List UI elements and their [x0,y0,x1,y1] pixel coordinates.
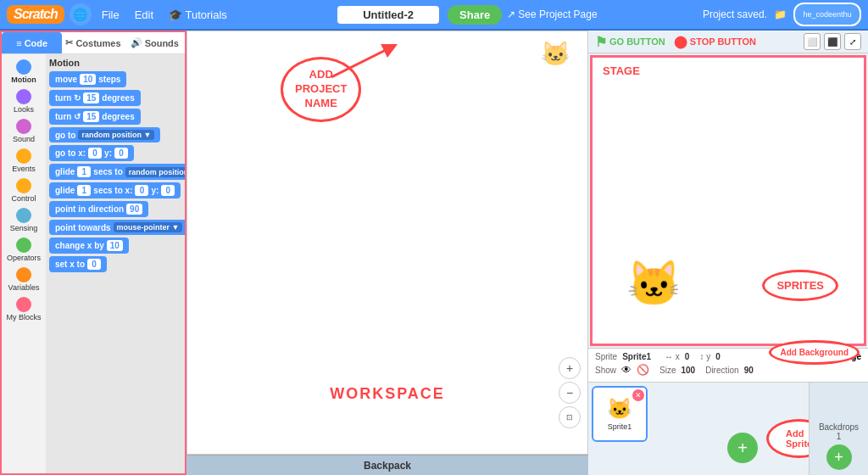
show-eye-icon[interactable]: 👁 [621,364,632,376]
block-glide-xy-btn[interactable]: glide 1 secs to x: 0 y: 0 [49,182,181,198]
variables-dot [16,267,31,282]
right-panel: ⚑ GO BUTTON ⬤ STOP BUTTON ⬜ ⬛ ⤢ STAGE 🐱 … [588,31,868,475]
block-point-dir: point in direction 90 [49,201,181,217]
block-goto-random: go to random position ▼ [49,127,181,142]
block-point-dir-btn[interactable]: point in direction 90 [49,201,148,217]
x-val: 0 [685,352,690,361]
stage-window-buttons: ⬜ ⬛ ⤢ [804,33,861,50]
add-sprite-button[interactable]: + [727,433,758,463]
block-turn-cw: turn ↻ 15 degrees [49,90,181,106]
add-project-callout: ADDPROJECTNAME [281,57,361,122]
block-change-x: change x by 10 [49,238,181,254]
svg-line-0 [331,48,391,77]
sprite-delete-btn[interactable]: ✕ [632,389,644,401]
events-dot [16,148,31,164]
show-label: Show [595,366,616,375]
add-bg-area: Add Background Backdrops 1 + [809,383,868,475]
cat-control[interactable]: Control [3,176,45,204]
categories-list: Motion Looks Sound Events Control [2,54,46,473]
stage-tab[interactable]: Stage [838,352,861,361]
tab-sounds[interactable]: 🔊 Sounds [125,32,185,53]
cat-variables[interactable]: Variables [3,265,45,293]
cat-sprite: 🐱 [626,258,682,310]
small-stage-button[interactable]: ⬜ [804,33,821,50]
workspace-label: WORKSPACE [330,385,445,403]
sprites-list: ✕ 🐱 Sprite1 [588,383,758,475]
size-label: Size [659,366,676,375]
motion-section-title: Motion [49,58,181,68]
share-button[interactable]: Share [448,5,502,25]
sprite-name-val: Sprite1 [622,352,651,361]
block-goto-random-btn[interactable]: go to random position ▼ [49,127,160,142]
cat-motion[interactable]: Motion [3,58,45,86]
block-glide-random-btn[interactable]: glide 1 secs to random position ▼ [49,164,185,180]
scratch-logo[interactable]: Scratch [7,5,64,24]
stage-header: ⚑ GO BUTTON ⬤ STOP BUTTON ⬜ ⬛ ⤢ [588,31,868,53]
see-project-icon: ↗ [507,8,515,20]
fullscreen-button[interactable]: ⤢ [844,33,861,50]
add-background-button[interactable]: + [826,444,852,470]
go-flag-icon: ⚑ [595,34,607,50]
size-val: 100 [681,366,695,375]
motion-dot [16,59,31,75]
sound-dot [16,119,31,134]
block-point-towards-btn[interactable]: point towards mouse-pointer ▼ [49,220,185,235]
hide-eye-icon[interactable]: 🚫 [637,364,649,376]
sprite-info-row-1: Sprite Sprite1 ↔ x 0 ↕ y 0 Stage [595,352,861,361]
workspace-cat-icon: 🐱 [541,40,570,68]
cat-events[interactable]: Events [3,147,45,175]
avatar[interactable]: he_codeenthu [793,3,861,26]
tab-code[interactable]: ≡ Code [2,32,62,53]
zoom-fit-button[interactable]: ⊡ [559,406,581,428]
see-project-button[interactable]: ↗ See Project Page [507,8,597,20]
nav-file[interactable]: File [97,7,125,23]
cat-sensing[interactable]: Sensing [3,206,45,234]
zoom-out-button[interactable]: − [559,382,581,404]
project-name-input[interactable] [337,6,439,24]
cat-myblocks[interactable]: My Blocks [3,295,45,323]
nav-edit[interactable]: Edit [130,7,159,23]
block-turn-cw-btn[interactable]: turn ↻ 15 degrees [49,90,141,106]
direction-label: Direction [705,366,738,375]
block-move-btn[interactable]: move 10 steps [49,71,126,87]
block-turn-ccw-btn[interactable]: turn ↺ 15 degrees [49,109,141,125]
stop-button[interactable]: ⬤ STOP BUTTON [674,35,756,48]
stage-label: STAGE [603,64,640,77]
stage-area: STAGE 🐱 SPRITES [590,55,866,346]
block-set-x: set x to 0 [49,256,181,272]
block-goto-xy: go to x: 0 y: 0 [49,145,181,161]
workspace-container: ADDPROJECTNAME 🐱 WORKSPACE + − [186,31,588,475]
block-turn-ccw: turn ↺ 15 degrees [49,109,181,125]
workspace-panel[interactable]: ADDPROJECTNAME 🐱 WORKSPACE + − [186,31,588,455]
blocks-panel: Motion move 10 steps turn ↻ 15 degrees t… [46,54,185,473]
block-set-x-btn[interactable]: set x to 0 [49,256,107,272]
block-point-towards: point towards mouse-pointer ▼ [49,220,181,235]
backpack-label: Backpack [364,460,411,472]
sprite-thumb-sprite1[interactable]: ✕ 🐱 Sprite1 [592,386,648,442]
main-layout: ≡ Code ✂ Costumes 🔊 Sounds Motion Loo [0,31,868,475]
block-goto-xy-btn[interactable]: go to x: 0 y: 0 [49,145,134,161]
sprite-label: Sprite [595,352,617,361]
code-icon: ≡ [16,38,21,48]
sprite-info-row-2: Show 👁 🚫 Size 100 Direction 90 [595,364,861,376]
block-change-x-btn[interactable]: change x by 10 [49,238,129,254]
tab-costumes[interactable]: ✂ Costumes [62,32,124,53]
go-button[interactable]: ⚑ GO BUTTON [595,34,665,50]
add-sprite-area: Add Sprite + [758,383,809,475]
workspace-zoom-controls: + − ⊡ [559,357,581,428]
globe-icon[interactable]: 🌐 [70,3,92,25]
cat-sound[interactable]: Sound [3,117,45,145]
add-project-bubble: ADDPROJECTNAME [281,57,361,122]
sensing-dot [16,208,31,223]
sounds-icon: 🔊 [131,37,142,48]
sprites-tray: ✕ 🐱 Sprite1 Add Sprite + Add Background … [588,382,868,475]
folder-icon[interactable]: 📁 [774,8,787,20]
large-stage-button[interactable]: ⬛ [824,33,841,50]
nav-tutorials[interactable]: 🎓 Tutorials [164,7,232,23]
backpack-bar[interactable]: Backpack [186,455,588,475]
cat-looks[interactable]: Looks [3,87,45,115]
left-panel: ≡ Code ✂ Costumes 🔊 Sounds Motion Loo [0,31,186,475]
backdrops-count: 1 [837,432,842,441]
zoom-in-button[interactable]: + [559,357,581,379]
cat-operators[interactable]: Operators [3,236,45,264]
